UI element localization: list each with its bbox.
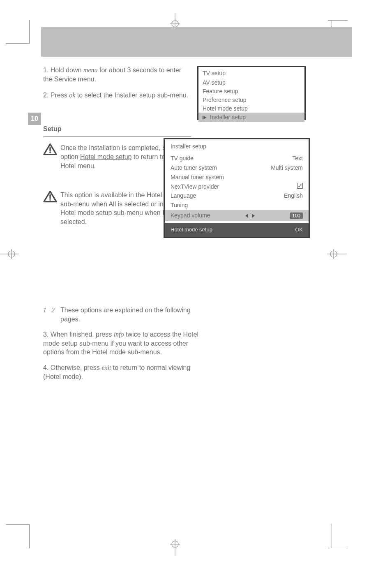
crop-mark-top-left — [6, 20, 30, 44]
osd-footer: Hotel mode setup OK — [165, 223, 309, 237]
osd-item: Feature setup — [203, 87, 300, 96]
warning-icon — [43, 143, 60, 158]
osd-row: Auto tuner systemMulti system — [171, 163, 303, 173]
osd-installer-setup: Installer setup TV guideText Auto tuner … — [164, 138, 310, 238]
svg-rect-17 — [203, 116, 203, 119]
osd-item-highlighted: Installer setup — [198, 113, 304, 122]
step-1: 1. Hold down menu for about 3 seconds to… — [43, 66, 191, 83]
registration-mark-bottom — [163, 539, 187, 556]
key-ok: ok — [69, 92, 75, 99]
crop-line-br-h — [328, 548, 348, 549]
osd-title: Installer setup — [171, 143, 303, 150]
arrows-lr-icon — [245, 213, 255, 218]
osd-row: LanguageEnglish — [171, 191, 303, 201]
text: 2. Press — [43, 92, 69, 99]
row-label: Tuning — [171, 201, 188, 209]
step-ref: 2 — [51, 306, 55, 315]
setup-heading: Setup — [43, 125, 191, 134]
osd-row: NexTView provider — [171, 182, 303, 192]
osd-item: Hotel mode setup — [203, 104, 300, 113]
osd-row: Manual tuner system — [171, 173, 303, 182]
osd-item: Preference setup — [203, 96, 300, 104]
text: 3. When finished, press — [43, 331, 114, 338]
row-label: Manual tuner system — [171, 173, 224, 181]
row-value: English — [284, 192, 303, 200]
key-menu: menu — [83, 67, 98, 74]
row-value: Text — [292, 155, 303, 162]
row-label: Language — [171, 192, 196, 200]
text-underlined: Hotel mode setup — [80, 153, 131, 160]
header-band — [41, 27, 352, 57]
text: 1. Hold down — [43, 67, 83, 74]
svg-point-16 — [49, 199, 51, 201]
step-ref: 1 — [43, 306, 46, 315]
row-label: Keypad volume — [171, 212, 210, 219]
divider — [43, 136, 191, 137]
osd-title: TV setup — [198, 67, 304, 79]
key-info: info — [114, 331, 124, 338]
crop-line-br-v — [332, 524, 332, 548]
checkbox-icon — [297, 183, 303, 189]
page-number: 10 — [28, 113, 41, 125]
arrow-skip-icon — [203, 115, 207, 120]
step-3: 3. When finished, press info twice to ac… — [43, 330, 208, 357]
row-value: Multi system — [271, 164, 303, 172]
crop-line-tr-h — [328, 20, 348, 21]
osd-row-selected: Keypad volume 100 — [165, 210, 309, 221]
step-2: 2. Press ok to select the Installer setu… — [43, 91, 191, 100]
svg-point-14 — [49, 152, 51, 154]
row-label: Auto tuner system — [171, 164, 217, 172]
key-exit: exit — [101, 364, 111, 371]
warning-icon — [43, 191, 60, 205]
registration-mark-left — [0, 247, 25, 261]
osd-row: Tuning — [171, 201, 303, 210]
row-value-badge: 100 — [290, 212, 303, 219]
text: 4. Otherwise, press — [43, 364, 101, 371]
steps-ref-line: 1 2 These options are explained on the f… — [43, 306, 208, 323]
crop-mark-bottom-left — [6, 524, 30, 548]
osd-row: TV guideText — [171, 154, 303, 163]
osd-item-label: Installer setup — [210, 113, 246, 121]
registration-mark-right — [322, 247, 347, 261]
footer-right: OK — [295, 226, 303, 233]
text: These options are explained on the follo… — [60, 306, 208, 323]
row-label: TV guide — [171, 155, 194, 162]
osd-tv-setup: TV setup AV setup Feature setup Preferen… — [197, 66, 306, 120]
row-label: NexTView provider — [171, 183, 219, 191]
osd-item: AV setup — [203, 79, 300, 87]
lower-text-column: 1 2 These options are explained on the f… — [43, 306, 208, 388]
registration-mark-top — [163, 13, 187, 28]
footer-left: Hotel mode setup — [171, 226, 212, 233]
step-4: 4. Otherwise, press exit to return to no… — [43, 363, 208, 381]
text: to select the Installer setup sub-menu. — [75, 92, 188, 99]
